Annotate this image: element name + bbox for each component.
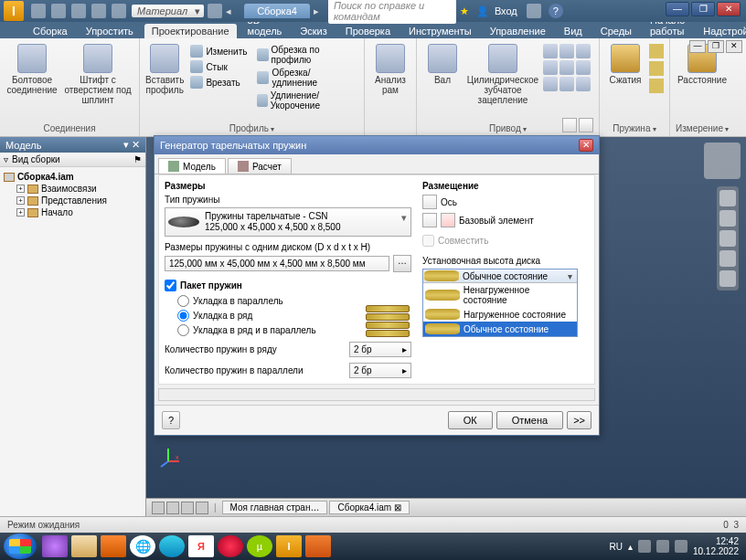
- dialog-title-bar[interactable]: Генератор тарельчатых пружин ✕: [155, 136, 599, 154]
- tab-sketch[interactable]: Эскиз: [293, 24, 334, 38]
- spring-type-combo[interactable]: Пружины тарельчатые - CSN 125,000 x 45,0…: [165, 207, 411, 237]
- dialog-tab-calc[interactable]: Расчет: [228, 158, 292, 174]
- edit-button[interactable]: Изменить: [187, 44, 250, 58]
- taskbar-inventor[interactable]: I: [276, 535, 302, 557]
- steering-wheel-icon[interactable]: [719, 190, 736, 206]
- view-cube[interactable]: [704, 143, 741, 179]
- appearance-icon[interactable]: [208, 4, 222, 18]
- shaft-button[interactable]: Вал: [422, 44, 463, 85]
- tab-manage[interactable]: Управление: [483, 24, 553, 38]
- window-close-button[interactable]: ✕: [717, 2, 741, 16]
- tab-design[interactable]: Проектирование: [144, 24, 237, 38]
- expand-icon[interactable]: +: [16, 196, 25, 205]
- trim-extend-button[interactable]: Обрезка/удлинение: [254, 67, 359, 89]
- axis-pick-button[interactable]: [422, 195, 437, 209]
- expand-icon[interactable]: +: [16, 208, 25, 217]
- tab-environments[interactable]: Среды: [593, 24, 639, 38]
- disc-dims-input[interactable]: 125,000 мм x 45,000 мм x 4,500 мм x 8,50…: [165, 256, 389, 271]
- dialog-tab-model[interactable]: Модель: [158, 158, 226, 174]
- taskbar-edge[interactable]: [159, 535, 185, 557]
- taskbar-chrome[interactable]: 🌐: [130, 535, 155, 557]
- filter-icon[interactable]: ▿: [4, 154, 8, 164]
- tab-sborka4[interactable]: Сборка4.iam ⊠: [329, 501, 409, 514]
- taskbar-opera[interactable]: [218, 535, 243, 557]
- doc-tab-next[interactable]: ▸: [310, 5, 323, 17]
- mdi-minimize[interactable]: —: [689, 40, 706, 53]
- tab-addins[interactable]: Надстройки: [696, 24, 746, 38]
- taskbar-clock[interactable]: 12:42 10.12.2022: [693, 536, 739, 556]
- dialog-help-button[interactable]: ?: [162, 411, 180, 429]
- mdi-close[interactable]: ✕: [726, 40, 742, 53]
- dd-item-normal[interactable]: Обычное состояние: [423, 322, 577, 336]
- group-profile-label[interactable]: Профиль: [145, 122, 358, 134]
- tab-close-icon[interactable]: ⊠: [394, 502, 401, 512]
- taskbar-yandex[interactable]: Я: [188, 535, 214, 557]
- tree-item-relations[interactable]: + Взаимосвязи: [4, 183, 142, 195]
- cut-button[interactable]: Врезать: [187, 75, 250, 90]
- tray-chevron-icon[interactable]: ▴: [628, 542, 633, 552]
- view-icon-3[interactable]: [181, 502, 194, 514]
- base-pick-button[interactable]: [422, 213, 437, 227]
- orbit-icon[interactable]: [719, 250, 736, 267]
- spring-pack-checkbox[interactable]: Пакет пружин: [165, 280, 411, 291]
- pan-icon[interactable]: [719, 210, 736, 227]
- tab-tools[interactable]: Инструменты: [401, 24, 479, 38]
- mdi-restore[interactable]: ❐: [708, 40, 724, 53]
- help-icon[interactable]: ?: [549, 4, 563, 18]
- oring-icon[interactable]: [576, 60, 591, 75]
- count-row-input[interactable]: 2 бр▸: [349, 342, 411, 357]
- view-mode-label[interactable]: Вид сборки: [12, 154, 60, 164]
- undo-icon[interactable]: [91, 4, 106, 18]
- insert-profile-button[interactable]: Вставить профиль: [145, 44, 184, 95]
- count-par-input[interactable]: 2 бр▸: [349, 363, 411, 378]
- cancel-button[interactable]: Отмена: [496, 411, 563, 429]
- language-indicator[interactable]: RU: [609, 542, 622, 552]
- taskbar-powerpoint[interactable]: [305, 535, 331, 557]
- clip-icon[interactable]: [576, 77, 591, 91]
- material-combo[interactable]: Материал: [132, 5, 204, 17]
- group-measure-label[interactable]: Измерение: [676, 122, 729, 134]
- tray-volume-icon[interactable]: [656, 540, 669, 553]
- bolt-connection-button[interactable]: Болтовое соединение: [5, 44, 59, 95]
- expand-icon[interactable]: +: [16, 185, 25, 193]
- radio-series-input[interactable]: [177, 310, 189, 322]
- open-icon[interactable]: [51, 4, 66, 18]
- zoom-icon[interactable]: [719, 230, 736, 247]
- dialog-options-icon[interactable]: [579, 118, 593, 132]
- window-minimize-button[interactable]: —: [666, 2, 689, 16]
- ok-button[interactable]: ОК: [448, 411, 493, 429]
- view-icon-2[interactable]: [166, 502, 179, 514]
- view-icon-4[interactable]: [196, 502, 208, 514]
- disc-dims-browse-button[interactable]: …: [393, 255, 411, 272]
- model-browser-header[interactable]: Модель ▾ ✕: [0, 137, 145, 153]
- dialog-hscroll[interactable]: [158, 388, 595, 401]
- dialog-close-button[interactable]: ✕: [579, 139, 593, 152]
- chain-icon[interactable]: [576, 44, 591, 58]
- pack-check[interactable]: [165, 280, 176, 291]
- document-tab[interactable]: Сборка4: [244, 4, 310, 18]
- panel-close-icon[interactable]: ▾ ✕: [123, 139, 140, 151]
- tab-home-page[interactable]: Моя главная стран…: [222, 501, 328, 514]
- key-icon[interactable]: [560, 60, 574, 75]
- frame-analysis-button[interactable]: Анализ рам: [370, 44, 410, 95]
- radio-both-input[interactable]: [177, 324, 189, 336]
- new-icon[interactable]: [31, 4, 46, 18]
- tab-simplify[interactable]: Упростить: [79, 24, 141, 38]
- doc-tab-prev[interactable]: ◂: [222, 5, 235, 17]
- tab-view[interactable]: Вид: [557, 24, 590, 38]
- dd-item-loaded[interactable]: Нагруженное состояние: [423, 307, 577, 322]
- seal-icon[interactable]: [560, 77, 574, 91]
- help-dropdown-icon[interactable]: [527, 4, 541, 18]
- cam-icon[interactable]: [543, 60, 558, 75]
- tree-item-origin[interactable]: + Начало: [4, 206, 142, 218]
- taskbar-media[interactable]: [101, 535, 126, 557]
- joint-button[interactable]: Стык: [187, 59, 250, 74]
- redo-icon[interactable]: [112, 4, 126, 18]
- spring-belleville-icon[interactable]: [649, 79, 664, 93]
- start-button[interactable]: [4, 534, 37, 559]
- tree-item-representations[interactable]: + Представления: [4, 195, 142, 206]
- lookat-icon[interactable]: [719, 270, 736, 287]
- spline-icon[interactable]: [543, 77, 558, 91]
- trim-profile-button[interactable]: Обрезка по профилю: [254, 44, 359, 66]
- tray-network-icon[interactable]: [638, 540, 651, 553]
